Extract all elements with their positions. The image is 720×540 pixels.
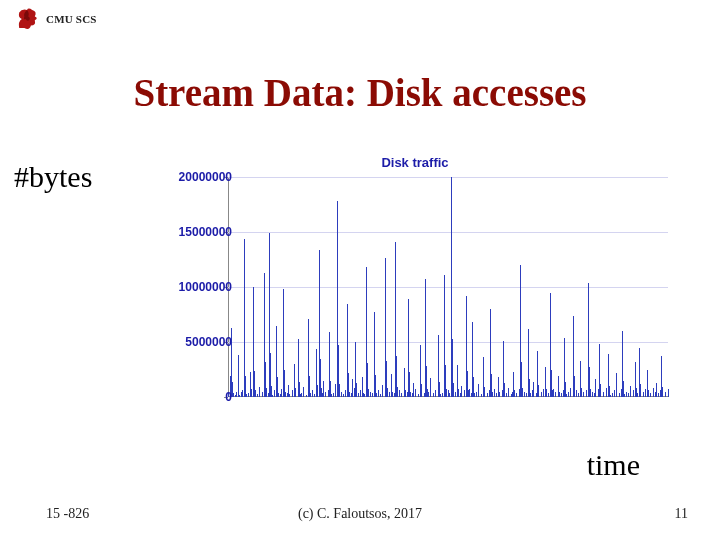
data-spike [650,393,651,397]
data-spike [339,384,340,397]
data-spike [325,392,326,398]
data-spike [458,389,459,397]
plot-area [228,177,668,397]
data-spike [341,392,342,398]
data-spike [300,394,301,397]
data-spike [543,389,544,397]
data-spike [248,393,249,397]
data-spike [586,390,587,397]
data-spike [583,392,584,398]
data-spike [530,393,531,397]
data-spike [317,385,318,397]
slide: CMU SCS Stream Data: Disk accesses #byte… [0,0,720,540]
gridline [228,232,668,233]
data-spike [262,392,263,398]
data-spike [372,393,373,397]
data-spike [345,390,346,397]
data-spike [272,395,273,397]
data-spike [461,386,462,397]
data-spike [546,389,547,397]
data-spike [397,387,398,397]
disk-traffic-chart: Disk traffic 050000001000000015000000200… [150,155,680,420]
data-spike [343,394,344,397]
data-spike [356,383,357,397]
data-spike [481,394,482,397]
data-spike [364,394,365,397]
data-spike [524,392,525,398]
data-spike [349,392,350,398]
data-spike [516,393,517,397]
data-spike [561,393,562,397]
data-spike [236,392,237,398]
data-spike [636,388,637,397]
data-spike [449,393,450,397]
data-spike [469,389,470,397]
data-spike [255,390,256,397]
data-spike [553,389,554,397]
data-spike [233,393,234,397]
data-spike [251,389,252,397]
data-spike [468,390,469,397]
data-spike [668,389,669,397]
ytick-label: 5000000 [185,335,232,349]
data-spike [289,394,290,397]
data-spike [526,393,527,397]
data-spike [435,390,436,397]
data-spike [619,393,620,397]
data-spike [440,394,441,397]
data-spike [574,393,575,397]
data-spike [278,393,279,397]
data-spike [548,393,549,397]
ytick-label: 15000000 [179,225,232,239]
data-spike [578,393,579,397]
data-spike [442,393,443,397]
data-spike [389,392,390,398]
data-spike [511,394,512,397]
data-spike [246,394,247,397]
data-spike [612,393,613,397]
data-spike [428,392,429,398]
data-spike [576,390,577,397]
chart-title: Disk traffic [150,155,680,170]
y-axis-caption: #bytes [14,160,92,194]
data-spike [314,394,315,397]
data-spike [303,387,304,397]
header: CMU SCS [14,6,97,32]
data-spike [430,378,431,397]
gridline [228,287,668,288]
data-spike [464,390,465,397]
data-spike [566,394,567,397]
data-spike [474,393,475,397]
data-spike [280,394,281,397]
data-spike [600,384,601,397]
data-spike [363,393,364,397]
gridline [228,177,668,178]
data-spike [433,393,434,397]
data-spike [358,393,359,397]
data-spike [421,384,422,397]
org-label: CMU SCS [46,13,97,25]
gridline [228,342,668,343]
data-spike [568,392,569,398]
data-spike [630,386,631,397]
data-spike [257,394,258,397]
data-spike [592,392,593,398]
data-spike [508,388,509,397]
data-spike [478,384,479,397]
data-spike [387,388,388,397]
data-spike [492,392,493,398]
data-spike [370,392,371,398]
data-spike [637,393,638,397]
data-spike [306,395,307,397]
data-spike [476,392,477,398]
data-spike [331,394,332,397]
data-spike [401,393,402,397]
data-spike [640,384,641,397]
ytick-label: 10000000 [179,280,232,294]
data-spike [645,389,646,397]
data-spike [532,390,533,397]
data-spike [487,393,488,397]
data-spike [570,388,571,397]
data-spike [648,390,649,397]
data-spike [323,381,324,398]
